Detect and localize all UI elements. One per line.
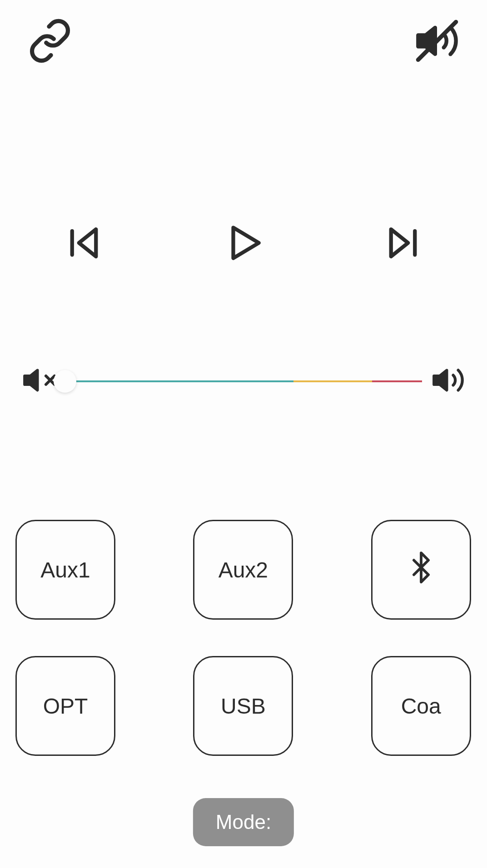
- mode-label: Mode:: [216, 811, 271, 833]
- source-opt-button[interactable]: OPT: [15, 656, 115, 756]
- slider-segment-high: [372, 380, 422, 382]
- top-bar: [0, 18, 487, 65]
- volume-slider-row: [0, 363, 487, 399]
- source-label: Coa: [401, 694, 441, 719]
- svg-marker-2: [79, 229, 96, 256]
- source-label: OPT: [43, 694, 88, 719]
- source-usb-button[interactable]: USB: [193, 656, 293, 756]
- bluetooth-icon: [405, 552, 437, 588]
- source-label: Aux1: [40, 557, 90, 582]
- svg-marker-10: [434, 370, 447, 390]
- slider-segment-mid: [293, 380, 372, 382]
- link-icon[interactable]: [27, 18, 73, 65]
- volume-high-icon[interactable]: [431, 363, 465, 399]
- volume-mute-icon[interactable]: [22, 363, 56, 399]
- svg-marker-4: [234, 227, 259, 258]
- source-aux2-button[interactable]: Aux2: [193, 520, 293, 620]
- source-bluetooth-button[interactable]: [371, 520, 471, 620]
- previous-track-button[interactable]: [64, 222, 104, 265]
- volume-mute-slash-icon[interactable]: [414, 18, 460, 65]
- source-grid: Aux1 Aux2 OPT USB Coa: [15, 520, 472, 756]
- playback-controls: [0, 222, 487, 265]
- source-coa-button[interactable]: Coa: [371, 656, 471, 756]
- source-label: USB: [221, 694, 266, 719]
- next-track-button[interactable]: [383, 222, 423, 265]
- slider-segment-low: [65, 380, 293, 382]
- svg-marker-5: [391, 229, 408, 256]
- volume-slider[interactable]: [65, 380, 422, 382]
- source-aux1-button[interactable]: Aux1: [15, 520, 115, 620]
- svg-marker-7: [25, 370, 37, 390]
- mode-indicator: Mode:: [193, 798, 294, 846]
- source-label: Aux2: [219, 557, 268, 582]
- volume-slider-thumb[interactable]: [54, 370, 76, 393]
- play-button[interactable]: [223, 222, 264, 265]
